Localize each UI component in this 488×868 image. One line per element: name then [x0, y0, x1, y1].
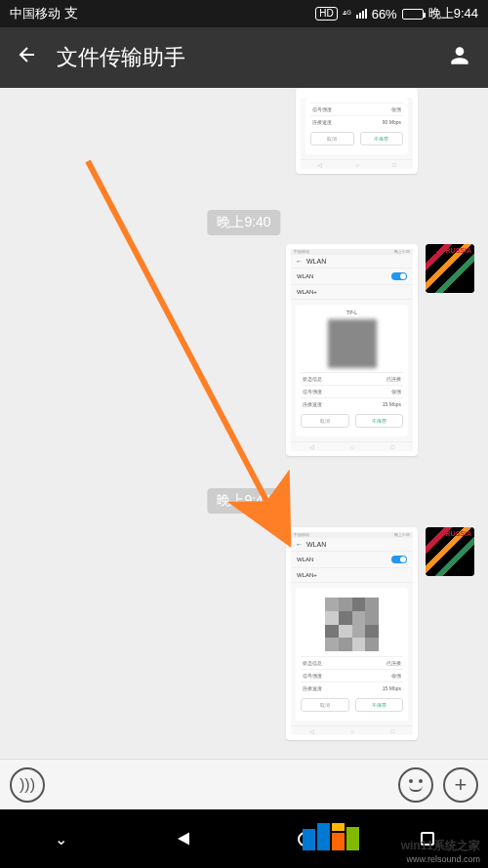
back-button[interactable] [16, 43, 39, 72]
battery-percent: 66% [372, 7, 397, 21]
battery-icon [402, 9, 424, 20]
watermark-logo [303, 823, 361, 850]
avatar-2[interactable]: RUSSIA [426, 527, 474, 576]
app-header: 文件传输助手 [0, 27, 488, 88]
voice-button[interactable]: ))) [10, 767, 45, 803]
status-time: 晚上9:44 [428, 5, 478, 22]
timestamp-1: 晚上9:40 [207, 210, 280, 235]
status-bar: 中国移动 支 HD ⁴ᴳ 66% 晚上9:44 [0, 0, 488, 27]
nav-hide[interactable]: ⌄ [32, 830, 91, 848]
message-image-2[interactable]: 中国移动晚上9:39 ←WLAN WLAN WLAN+ TP-L 状态信息已连接… [286, 244, 418, 456]
emoji-button[interactable] [398, 767, 433, 803]
signal-icon [356, 9, 367, 19]
page-title: 文件传输助手 [57, 43, 185, 72]
hd-badge: HD [315, 7, 337, 21]
input-bar: ))) + [0, 759, 488, 809]
nav-back[interactable] [154, 834, 213, 844]
chat-area[interactable]: 信号强度很强 连接速度90 Mbps 取消不保存 ◁○□ 晚上9:40 RUSS… [0, 88, 488, 759]
timestamp-2: 晚上9:44 [207, 488, 280, 514]
message-image-3[interactable]: 中国移动晚上9:39 ←WLAN WLAN WLAN+ 状态信息已连接 信号强度… [286, 527, 418, 740]
avatar-1[interactable]: RUSSIA [426, 244, 474, 293]
message-image-1[interactable]: 信号强度很强 连接速度90 Mbps 取消不保存 ◁○□ [296, 88, 418, 174]
plus-button[interactable]: + [443, 767, 478, 803]
watermark-text: win11系统之家 www.relsound.com [401, 838, 480, 864]
4g-icon: ⁴ᴳ [343, 9, 351, 20]
alipay-icon: 支 [64, 5, 78, 22]
person-icon[interactable] [447, 43, 472, 72]
carrier-label: 中国移动 [10, 5, 61, 22]
